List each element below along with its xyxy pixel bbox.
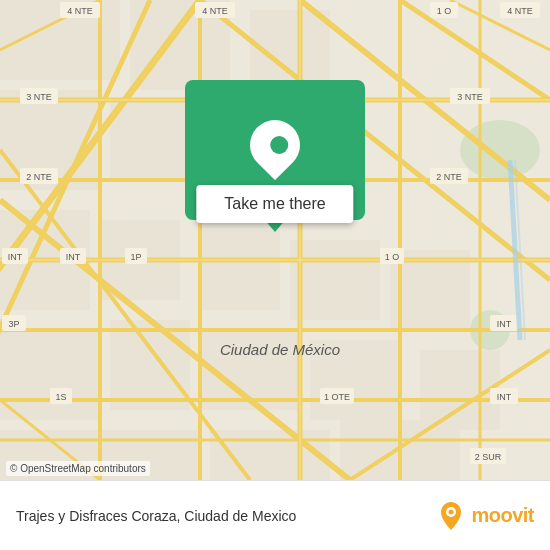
svg-text:3 NTE: 3 NTE: [457, 92, 483, 102]
moovit-text: moovit: [471, 504, 534, 527]
svg-text:1 OTE: 1 OTE: [324, 392, 350, 402]
svg-point-86: [449, 509, 454, 514]
svg-text:2 SUR: 2 SUR: [475, 452, 502, 462]
svg-text:3P: 3P: [8, 319, 19, 329]
svg-rect-9: [290, 240, 380, 320]
bottom-bar: Trajes y Disfraces Coraza, Ciudad de Mex…: [0, 480, 550, 550]
svg-text:2 NTE: 2 NTE: [26, 172, 52, 182]
svg-text:Ciudad de México: Ciudad de México: [220, 341, 340, 358]
take-me-there-button[interactable]: Take me there: [196, 185, 353, 223]
svg-text:4 NTE: 4 NTE: [67, 6, 93, 16]
svg-text:INT: INT: [497, 319, 512, 329]
moovit-logo: moovit: [435, 500, 534, 532]
svg-point-19: [460, 120, 540, 180]
map-pin-icon: [250, 120, 300, 180]
svg-text:3 NTE: 3 NTE: [26, 92, 52, 102]
osm-credit: © OpenStreetMap contributors: [6, 461, 150, 476]
svg-text:1 O: 1 O: [437, 6, 452, 16]
svg-text:INT: INT: [66, 252, 81, 262]
place-name: Trajes y Disfraces Coraza, Ciudad de Mex…: [16, 508, 435, 524]
svg-rect-11: [0, 330, 100, 420]
svg-text:1P: 1P: [130, 252, 141, 262]
svg-text:2 NTE: 2 NTE: [436, 172, 462, 182]
svg-rect-8: [200, 230, 280, 310]
map-container: 4 NTE 4 NTE 1 O 4 NTE 3 NTE 3 NTE 2 NTE …: [0, 0, 550, 480]
svg-rect-17: [210, 430, 330, 480]
svg-text:4 NTE: 4 NTE: [507, 6, 533, 16]
svg-text:INT: INT: [8, 252, 23, 262]
svg-rect-12: [110, 320, 190, 410]
svg-text:4 NTE: 4 NTE: [202, 6, 228, 16]
svg-text:INT: INT: [497, 392, 512, 402]
svg-text:1S: 1S: [55, 392, 66, 402]
svg-text:1 O: 1 O: [385, 252, 400, 262]
moovit-icon: [435, 500, 467, 532]
